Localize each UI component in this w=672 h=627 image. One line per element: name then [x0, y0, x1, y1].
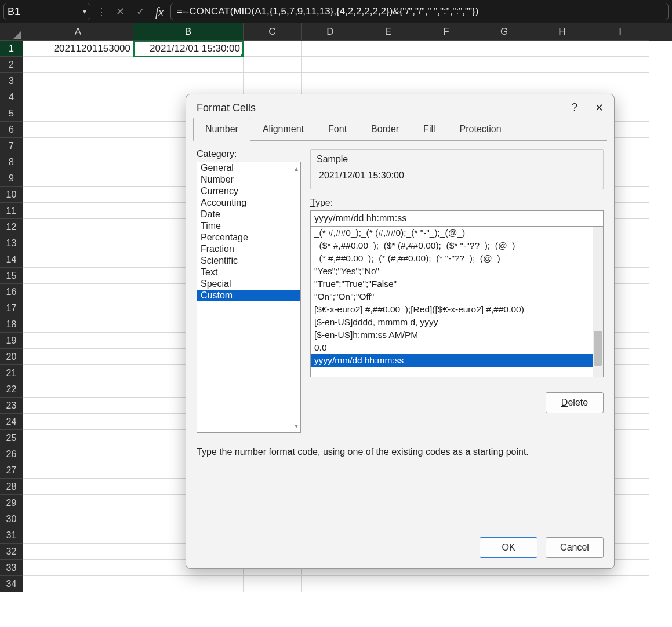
category-item-selected[interactable]: Custom — [197, 290, 300, 301]
category-item[interactable]: General — [197, 162, 300, 174]
col-header-h[interactable]: H — [533, 23, 591, 41]
cell-c2[interactable] — [244, 57, 302, 73]
cell-i1[interactable] — [591, 41, 649, 57]
cell-c34[interactable] — [244, 576, 302, 592]
row-header[interactable]: 21 — [0, 365, 23, 381]
row-header[interactable]: 29 — [0, 495, 23, 511]
format-item[interactable]: "On";"On";"Off" — [311, 290, 603, 303]
cell-a30[interactable] — [23, 511, 133, 527]
cell-a17[interactable] — [23, 300, 133, 316]
row-header[interactable]: 31 — [0, 527, 23, 544]
cell-a27[interactable] — [23, 462, 133, 479]
tab-number[interactable]: Number — [193, 118, 250, 141]
row-header[interactable]: 6 — [0, 122, 23, 138]
row-header[interactable]: 12 — [0, 219, 23, 235]
row-header[interactable]: 17 — [0, 300, 23, 316]
col-header-g[interactable]: G — [475, 23, 533, 41]
format-item[interactable]: "True";"True";"False" — [311, 278, 603, 290]
cell-a24[interactable] — [23, 414, 133, 430]
cell-f2[interactable] — [417, 57, 475, 73]
cell-a21[interactable] — [23, 365, 133, 381]
format-item[interactable]: [$-en-US]h:mm:ss AM/PM — [311, 329, 603, 341]
cell-a25[interactable] — [23, 430, 133, 446]
row-header[interactable]: 32 — [0, 544, 23, 560]
cell-a7[interactable] — [23, 138, 133, 154]
tab-fill[interactable]: Fill — [411, 118, 447, 141]
row-header[interactable]: 2 — [0, 57, 23, 73]
row-header[interactable]: 18 — [0, 316, 23, 333]
category-item[interactable]: Date — [197, 209, 300, 220]
col-header-e[interactable]: E — [359, 23, 417, 41]
category-item[interactable]: Number — [197, 174, 300, 185]
category-item[interactable]: Time — [197, 220, 300, 232]
cell-a20[interactable] — [23, 349, 133, 365]
cell-a6[interactable] — [23, 122, 133, 138]
row-header[interactable]: 4 — [0, 89, 23, 105]
cell-d3[interactable] — [302, 73, 359, 89]
cell-a31[interactable] — [23, 527, 133, 544]
row-header[interactable]: 27 — [0, 462, 23, 479]
category-item[interactable]: Percentage — [197, 232, 300, 243]
row-header[interactable]: 11 — [0, 203, 23, 219]
col-header-a[interactable]: A — [23, 23, 133, 41]
cell-h2[interactable] — [533, 57, 591, 73]
ok-button[interactable]: OK — [480, 537, 537, 558]
cell-a11[interactable] — [23, 203, 133, 219]
row-header[interactable]: 13 — [0, 235, 23, 251]
cell-a4[interactable] — [23, 89, 133, 105]
row-header[interactable]: 8 — [0, 154, 23, 170]
col-header-d[interactable]: D — [302, 23, 359, 41]
col-header-f[interactable]: F — [417, 23, 475, 41]
tab-protection[interactable]: Protection — [448, 118, 514, 141]
cell-a3[interactable] — [23, 73, 133, 89]
tab-font[interactable]: Font — [316, 118, 359, 141]
format-list[interactable]: _(* #,##0_);_(* (#,##0);_(* "-"_);_(@_) … — [310, 227, 604, 377]
format-item[interactable]: _($* #,##0.00_);_($* (#,##0.00);_($* "-"… — [311, 239, 603, 252]
row-header[interactable]: 1 — [0, 41, 23, 57]
tab-alignment[interactable]: Alignment — [250, 118, 316, 141]
row-header[interactable]: 20 — [0, 349, 23, 365]
row-header[interactable]: 23 — [0, 398, 23, 414]
cancel-icon[interactable]: ✕ — [112, 5, 128, 18]
row-header[interactable]: 10 — [0, 187, 23, 203]
delete-button[interactable]: Delete — [546, 392, 604, 413]
row-header[interactable]: 25 — [0, 430, 23, 446]
category-item[interactable]: Text — [197, 267, 300, 278]
cell-e3[interactable] — [359, 73, 417, 89]
cell-a16[interactable] — [23, 284, 133, 300]
format-item[interactable]: 0.0 — [311, 341, 603, 354]
help-icon[interactable]: ? — [572, 101, 577, 114]
cell-a34[interactable] — [23, 576, 133, 592]
cell-a12[interactable] — [23, 219, 133, 235]
cell-d1[interactable] — [302, 41, 359, 57]
cell-b34[interactable] — [133, 576, 244, 592]
cell-f1[interactable] — [417, 41, 475, 57]
tab-border[interactable]: Border — [359, 118, 411, 141]
row-header[interactable]: 24 — [0, 414, 23, 430]
cell-i34[interactable] — [591, 576, 649, 592]
row-header[interactable]: 26 — [0, 446, 23, 462]
cell-g2[interactable] — [475, 57, 533, 73]
row-header[interactable]: 3 — [0, 73, 23, 89]
cell-i2[interactable] — [591, 57, 649, 73]
cell-a22[interactable] — [23, 381, 133, 398]
row-header[interactable]: 19 — [0, 333, 23, 349]
cell-a8[interactable] — [23, 154, 133, 170]
category-list[interactable]: ▴ General Number Currency Accounting Dat… — [197, 162, 301, 433]
format-scrollbar[interactable] — [593, 227, 603, 377]
chevron-down-icon[interactable]: ▾ — [83, 8, 86, 16]
dialog-titlebar[interactable]: Format Cells ? ✕ — [186, 94, 614, 118]
type-input[interactable] — [310, 210, 604, 227]
row-header[interactable]: 34 — [0, 576, 23, 592]
cell-b2[interactable] — [133, 57, 244, 73]
format-item-selected[interactable]: yyyy/mm/dd hh:mm:ss — [311, 354, 603, 367]
format-item[interactable]: "Yes";"Yes";"No" — [311, 265, 603, 278]
row-header[interactable]: 22 — [0, 381, 23, 398]
formula-input[interactable]: =--CONCAT(MID(A1,{1,5,7,9,11,13},{4,2,2,… — [170, 3, 669, 20]
cell-a32[interactable] — [23, 544, 133, 560]
select-all-corner[interactable] — [0, 23, 23, 41]
category-item[interactable]: Special — [197, 278, 300, 290]
cell-e34[interactable] — [359, 576, 417, 592]
category-item[interactable]: Accounting — [197, 197, 300, 209]
scroll-up-icon[interactable]: ▴ — [295, 165, 298, 173]
